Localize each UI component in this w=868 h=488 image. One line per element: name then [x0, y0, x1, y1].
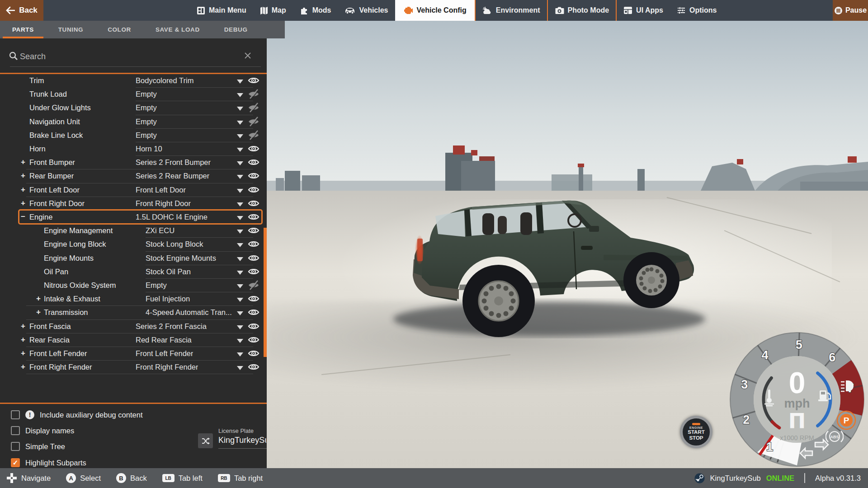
- menu-item-ui-apps[interactable]: UI Apps: [617, 0, 670, 21]
- visibility-eye-icon[interactable]: [248, 185, 259, 195]
- dropdown-arrow-icon[interactable]: [237, 339, 243, 343]
- dropdown-arrow-icon[interactable]: [237, 107, 243, 111]
- part-row[interactable]: +Front Left FenderFront Left Fender: [0, 347, 267, 361]
- part-row[interactable]: Brake Line LockEmpty: [0, 129, 267, 142]
- part-row[interactable]: Engine Long BlockStock Long Block: [0, 238, 267, 251]
- visibility-eye-off-icon[interactable]: [248, 117, 259, 127]
- checkbox[interactable]: [11, 426, 20, 435]
- dropdown-arrow-icon[interactable]: [237, 325, 243, 329]
- visibility-eye-icon[interactable]: [248, 267, 259, 277]
- checkbox[interactable]: ✓: [11, 458, 20, 467]
- expand-toggle[interactable]: +: [20, 362, 26, 371]
- visibility-eye-icon[interactable]: [248, 321, 259, 331]
- expand-toggle[interactable]: +: [20, 349, 26, 358]
- part-row[interactable]: +Front Right FenderFront Right Fender: [0, 361, 267, 374]
- visibility-eye-icon[interactable]: [248, 225, 259, 235]
- menu-item-options[interactable]: Options: [670, 0, 723, 21]
- expand-toggle[interactable]: +: [20, 185, 26, 194]
- checkbox[interactable]: [11, 410, 20, 419]
- visibility-eye-icon[interactable]: [248, 239, 259, 249]
- shuffle-plate-button[interactable]: [198, 433, 213, 448]
- checkbox[interactable]: [11, 442, 20, 451]
- visibility-eye-icon[interactable]: [248, 335, 259, 345]
- dropdown-arrow-icon[interactable]: [237, 93, 243, 97]
- dropdown-arrow-icon[interactable]: [237, 148, 243, 152]
- part-row[interactable]: +Front FasciaSeries 2 Front Fascia: [0, 320, 267, 333]
- search-input[interactable]: [20, 49, 237, 64]
- dropdown-arrow-icon[interactable]: [237, 175, 243, 179]
- license-plate-input[interactable]: [218, 436, 266, 445]
- expand-toggle[interactable]: +: [20, 171, 26, 180]
- clear-search-icon[interactable]: [244, 52, 251, 59]
- dropdown-arrow-icon[interactable]: [237, 202, 243, 206]
- expand-toggle[interactable]: +: [20, 322, 26, 331]
- expand-toggle[interactable]: −: [20, 212, 26, 221]
- menu-item-main-menu[interactable]: Main Menu: [190, 0, 253, 21]
- part-row[interactable]: +Rear BumperSeries 2 Rear Bumper: [0, 169, 267, 183]
- option-row[interactable]: !Include auxiliary debug content: [11, 410, 143, 419]
- dropdown-arrow-icon[interactable]: [237, 134, 243, 138]
- dropdown-arrow-icon[interactable]: [237, 284, 243, 288]
- dropdown-arrow-icon[interactable]: [237, 311, 243, 315]
- dropdown-arrow-icon[interactable]: [237, 230, 243, 234]
- part-row[interactable]: Engine ManagementZXi ECU: [0, 224, 267, 238]
- menu-item-environment[interactable]: Environment: [476, 0, 547, 21]
- visibility-eye-icon[interactable]: [248, 144, 259, 154]
- visibility-eye-off-icon[interactable]: [248, 89, 259, 99]
- menu-item-photo-mode[interactable]: Photo Mode: [548, 0, 616, 21]
- expand-toggle[interactable]: +: [35, 308, 42, 317]
- dropdown-arrow-icon[interactable]: [237, 271, 243, 275]
- visibility-eye-icon[interactable]: [248, 212, 259, 222]
- tab-parts[interactable]: PARTS: [0, 21, 46, 38]
- option-row[interactable]: Simple Tree: [11, 442, 65, 451]
- part-row[interactable]: TrimBodycolored Trim: [0, 74, 267, 88]
- tab-tuning[interactable]: TUNING: [46, 21, 95, 38]
- dropdown-arrow-icon[interactable]: [237, 80, 243, 84]
- dropdown-arrow-icon[interactable]: [237, 189, 243, 193]
- part-row[interactable]: Oil PanStock Oil Pan: [0, 265, 267, 279]
- dropdown-arrow-icon[interactable]: [237, 216, 243, 220]
- part-row[interactable]: HornHorn 10: [0, 142, 267, 156]
- tab-debug[interactable]: DEBUG: [212, 21, 260, 38]
- tab-color[interactable]: COLOR: [95, 21, 143, 38]
- visibility-eye-icon[interactable]: [248, 348, 259, 358]
- pause-button[interactable]: Pause: [833, 0, 868, 21]
- part-row[interactable]: −Engine1.5L DOHC I4 Engine: [0, 211, 267, 224]
- part-row[interactable]: +Front Right DoorFront Right Door: [0, 197, 267, 211]
- expand-toggle[interactable]: +: [20, 199, 26, 208]
- back-button[interactable]: Back: [0, 0, 43, 21]
- expand-toggle[interactable]: +: [35, 294, 42, 303]
- visibility-eye-icon[interactable]: [248, 198, 259, 208]
- engine-start-stop-button[interactable]: ENGINE START STOP: [680, 416, 712, 448]
- tab-save-load[interactable]: SAVE & LOAD: [143, 21, 212, 38]
- visibility-eye-off-icon[interactable]: [248, 280, 259, 290]
- dropdown-arrow-icon[interactable]: [237, 298, 243, 302]
- expand-toggle[interactable]: +: [20, 335, 26, 344]
- visibility-eye-icon[interactable]: [248, 253, 259, 263]
- menu-item-vehicles[interactable]: Vehicles: [338, 0, 395, 21]
- part-row[interactable]: Under Glow LightsEmpty: [0, 101, 267, 115]
- part-row[interactable]: +Intake & ExhaustFuel Injection: [0, 292, 267, 306]
- menu-item-map[interactable]: Map: [253, 0, 293, 21]
- part-row[interactable]: +Front BumperSeries 2 Front Bumper: [0, 156, 267, 169]
- part-row[interactable]: Nitrous Oxide SystemEmpty: [0, 279, 267, 292]
- part-row[interactable]: Engine MountsStock Engine Mounts: [0, 252, 267, 265]
- part-row[interactable]: +Front Left DoorFront Left Door: [0, 183, 267, 197]
- part-row[interactable]: Navigation UnitEmpty: [0, 115, 267, 129]
- visibility-eye-icon[interactable]: [248, 171, 259, 181]
- visibility-eye-icon[interactable]: [248, 294, 259, 304]
- visibility-eye-icon[interactable]: [248, 362, 259, 372]
- option-row[interactable]: ✓Highlight Subparts: [11, 458, 86, 467]
- expand-toggle[interactable]: +: [20, 158, 26, 167]
- visibility-eye-icon[interactable]: [248, 75, 259, 85]
- part-row[interactable]: +Transmission4-Speed Automatic Tran...: [0, 306, 267, 319]
- part-row[interactable]: +Rear FasciaRed Rear Fascia: [0, 333, 267, 347]
- menu-item-vehicle-config[interactable]: Vehicle Config: [395, 0, 475, 21]
- dropdown-arrow-icon[interactable]: [237, 352, 243, 357]
- visibility-eye-icon[interactable]: [248, 157, 259, 167]
- dropdown-arrow-icon[interactable]: [237, 257, 243, 261]
- visibility-eye-off-icon[interactable]: [248, 130, 259, 140]
- visibility-eye-icon[interactable]: [248, 307, 259, 317]
- dropdown-arrow-icon[interactable]: [237, 121, 243, 125]
- menu-item-mods[interactable]: Mods: [293, 0, 338, 21]
